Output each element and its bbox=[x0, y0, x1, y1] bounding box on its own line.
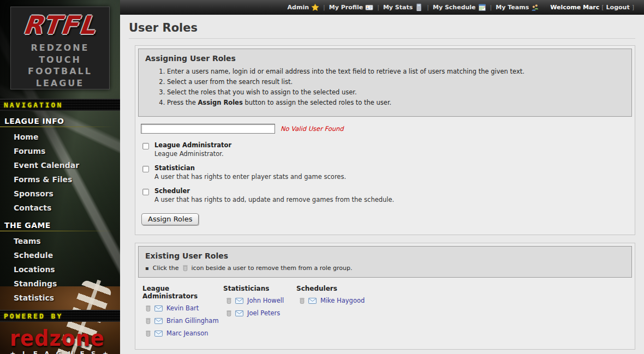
email-user-icon[interactable] bbox=[235, 298, 243, 304]
topbar-item-my-stats[interactable]: My Stats bbox=[383, 3, 423, 11]
role-row-league-administrator: League Administrator League Administrato… bbox=[141, 141, 632, 158]
role-text: Scheduler A user that has rights to add,… bbox=[154, 187, 394, 204]
sidebar-item-event-calendar[interactable]: Event Calendar bbox=[0, 158, 120, 172]
topbar-label: My Profile bbox=[329, 4, 363, 11]
topbar-separator: | bbox=[377, 4, 379, 11]
user-search-input[interactable] bbox=[141, 124, 275, 134]
user-link[interactable]: Mike Haygood bbox=[320, 297, 365, 304]
existing-panel: Existing User Roles Click the icon besid… bbox=[135, 243, 635, 350]
assigning-step: Press the Assign Roles button to assign … bbox=[167, 99, 625, 106]
assign-roles-button[interactable]: Assign Roles bbox=[141, 213, 199, 225]
assigning-instructions-box: Assigning User Roles Enter a users name,… bbox=[138, 49, 632, 117]
group-statisticians: Statisticians John Howell Joel Peters bbox=[223, 285, 296, 342]
group-schedulers: Schedulers Mike Haygood bbox=[296, 285, 365, 342]
group-title: Schedulers bbox=[296, 285, 365, 292]
navigation-ticker: NAVIGATION bbox=[0, 99, 120, 111]
assigning-step: Enter a users name, login id or email ad… bbox=[167, 68, 625, 75]
group-title: League Administrators bbox=[142, 285, 223, 300]
logo-line: TOUCH bbox=[11, 54, 109, 66]
logo-line: LEAGUE bbox=[11, 77, 109, 89]
vcard-icon bbox=[365, 3, 373, 11]
step-bold: Assign Roles bbox=[198, 99, 242, 106]
topbar-label: My Stats bbox=[383, 4, 413, 11]
email-user-icon[interactable] bbox=[235, 310, 243, 316]
sidebar-item-forums[interactable]: Forums bbox=[0, 144, 120, 158]
step-text: Press the bbox=[167, 99, 198, 106]
sidebar-item-home[interactable]: Home bbox=[0, 130, 120, 144]
user-row: Brian Gillingham bbox=[145, 317, 223, 325]
statistician-checkbox[interactable] bbox=[142, 166, 149, 172]
sidebar-item-sponsors[interactable]: Sponsors bbox=[0, 187, 120, 201]
role-text: Statistician A user that has rights to e… bbox=[154, 164, 346, 181]
nav-underline bbox=[0, 127, 115, 127]
topbar-item-my-teams[interactable]: My Teams bbox=[496, 3, 539, 11]
page-title: User Roles bbox=[129, 21, 644, 34]
sidebar: RTFL REDZONE TOUCH FOOTBALL LEAGUE NAVIG… bbox=[0, 0, 120, 354]
email-user-icon[interactable] bbox=[154, 318, 163, 324]
scheduler-checkbox[interactable] bbox=[142, 189, 149, 195]
user-row: John Howell bbox=[225, 297, 296, 304]
remove-user-bin-icon[interactable] bbox=[145, 330, 152, 337]
email-user-icon[interactable] bbox=[308, 298, 317, 304]
logo-line: REDZONE bbox=[11, 42, 109, 54]
topbar-label: Admin bbox=[288, 4, 309, 11]
nav-section-the-game: THE GAME bbox=[0, 215, 120, 231]
role-label: League Administrator bbox=[154, 141, 231, 150]
bin-icon bbox=[182, 265, 189, 272]
user-row: Mike Haygood bbox=[299, 297, 365, 304]
user-link[interactable]: Joel Peters bbox=[247, 309, 280, 317]
assigning-steps: Enter a users name, login id or email ad… bbox=[158, 68, 625, 106]
step-text: button to assign the selected roles to t… bbox=[243, 99, 391, 106]
league-logo[interactable]: RTFL REDZONE TOUCH FOOTBALL LEAGUE bbox=[10, 7, 110, 89]
topbar-label: My Teams bbox=[496, 4, 529, 11]
welcome-text: Welcome Marc bbox=[550, 4, 599, 11]
calculator-icon bbox=[415, 3, 423, 11]
sidebar-item-standings[interactable]: Standings bbox=[0, 277, 120, 291]
topbar-label: My Schedule bbox=[433, 4, 476, 11]
sidebar-item-forms-files[interactable]: Forms & Files bbox=[0, 172, 120, 187]
topbar-item-admin[interactable]: Admin bbox=[288, 3, 319, 11]
logo-lines: REDZONE TOUCH FOOTBALL LEAGUE bbox=[11, 42, 109, 89]
assigning-title: Assigning User Roles bbox=[145, 54, 625, 63]
email-user-icon[interactable] bbox=[154, 305, 163, 311]
assigning-step: Select a user from the search result lis… bbox=[167, 78, 625, 86]
user-link[interactable]: Kevin Bart bbox=[166, 304, 199, 312]
remove-hint: Click the icon beside a user to remove t… bbox=[145, 265, 625, 272]
role-row-statistician: Statistician A user that has rights to e… bbox=[141, 164, 632, 181]
topbar-item-my-profile[interactable]: My Profile bbox=[329, 3, 373, 11]
nav-underline bbox=[0, 231, 115, 231]
sidebar-item-statistics[interactable]: Statistics bbox=[0, 291, 120, 305]
existing-roles-box: Existing User Roles Click the icon besid… bbox=[138, 246, 632, 278]
sidebar-item-locations[interactable]: Locations bbox=[0, 262, 120, 277]
logout-link[interactable]: Logout bbox=[606, 4, 630, 11]
topbar-item-my-schedule[interactable]: My Schedule bbox=[433, 3, 486, 11]
remove-user-bin-icon[interactable] bbox=[225, 297, 232, 304]
user-link[interactable]: Marc Jeanson bbox=[166, 329, 208, 337]
user-link[interactable]: Brian Gillingham bbox=[166, 317, 219, 325]
nav-section-league-info: LEAGUE INFO bbox=[0, 111, 120, 127]
email-user-icon[interactable] bbox=[154, 331, 163, 337]
remove-user-bin-icon[interactable] bbox=[225, 310, 232, 317]
sidebar-item-schedule[interactable]: Schedule bbox=[0, 248, 120, 262]
user-row: Marc Jeanson bbox=[145, 329, 223, 337]
redzone-sub: ★ L E A G U E S ★ bbox=[10, 350, 120, 354]
sidebar-item-teams[interactable]: Teams bbox=[0, 234, 120, 248]
remove-user-bin-icon[interactable] bbox=[299, 297, 306, 304]
calendar-icon bbox=[478, 3, 486, 11]
remove-user-bin-icon[interactable] bbox=[145, 305, 152, 312]
group-icon bbox=[531, 3, 539, 11]
role-label: Statistician bbox=[154, 164, 346, 173]
sidebar-item-contacts[interactable]: Contacts bbox=[0, 201, 120, 215]
hint-text: Click the bbox=[153, 265, 179, 272]
redzone-leagues-logo[interactable]: redzone ★ L E A G U E S ★ bbox=[0, 322, 120, 354]
no-valid-user-message: No Valid User Found bbox=[281, 125, 344, 133]
league-administrator-checkbox[interactable] bbox=[142, 143, 149, 149]
topbar-separator: | bbox=[490, 4, 492, 11]
user-row: Kevin Bart bbox=[145, 304, 223, 312]
user-link[interactable]: John Howell bbox=[247, 297, 284, 304]
role-row-scheduler: Scheduler A user that has rights to add,… bbox=[141, 187, 632, 204]
role-label: Scheduler bbox=[154, 187, 394, 196]
remove-user-bin-icon[interactable] bbox=[145, 317, 152, 325]
hint-text: icon beside a user to remove them from a… bbox=[192, 265, 353, 272]
logout-bracket: ] bbox=[632, 4, 634, 11]
